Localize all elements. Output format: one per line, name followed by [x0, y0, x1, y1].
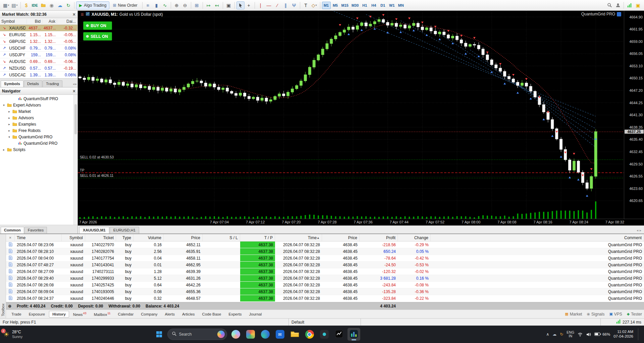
navigator-item-quantumgrid-pro[interactable]: ▾QuantumGrid PRO [0, 134, 77, 140]
navigator-tab-favorites[interactable]: Favorites [24, 227, 47, 233]
shapes-tool-button[interactable]: ◇▾ [310, 1, 318, 9]
history-col-11[interactable]: Change [398, 234, 431, 241]
market-watch-row-gbpusd[interactable]: ↘GBPUSD1.32...1.32...-0.05... [0, 38, 77, 45]
battery-indicator[interactable]: 66% [594, 332, 610, 337]
tab-scroll-left-icon[interactable]: ◂ [73, 82, 74, 86]
market-watch-button[interactable]: $ [22, 1, 31, 9]
history-col-4[interactable]: Volume [133, 234, 164, 241]
volume-icon[interactable] [586, 332, 591, 337]
summary-expand-icon[interactable]: ⊕ [8, 304, 11, 308]
toolbox-right-market[interactable]: ▦Market [565, 312, 582, 317]
history-row-1[interactable]: 2026.04.07 08:28:10xauusd1740282076buy2.… [6, 248, 644, 255]
cursor-tool-button[interactable] [236, 1, 245, 9]
tree-expand-icon[interactable]: ▸ [7, 110, 11, 113]
start-button[interactable] [154, 329, 165, 340]
toolbox-close-icon[interactable]: × [9, 235, 11, 240]
navigator-item-examples[interactable]: ▸Examples [0, 121, 77, 127]
toolbox-tab-company[interactable]: Company [138, 311, 161, 318]
zoom-in-button[interactable]: ⊕ [173, 1, 181, 9]
history-row-5[interactable]: 2026.04.07 08:29:40xauusd1740299933buy5.… [6, 275, 644, 282]
data-folder-button[interactable] [39, 1, 47, 9]
new-chart-button[interactable]: ▦▾ [2, 1, 10, 9]
taskbar-search-box[interactable]: Search [167, 329, 227, 340]
history-row-6[interactable]: 2026.04.07 08:26:08xauusd1740257425buy0.… [6, 282, 644, 288]
crosshair-tool-button[interactable]: + [245, 1, 253, 9]
language-indicator[interactable]: ENGIN [567, 331, 574, 338]
market-watch-row-usdchf[interactable]: ↗USDCHF0.79...0.79...0.08% [0, 45, 77, 52]
taskbar-app-file-explorer[interactable] [288, 328, 301, 341]
history-col-10[interactable]: Profit [360, 234, 398, 241]
toolbox-right-vps[interactable]: ▣VPS [609, 312, 622, 317]
show-desktop-button[interactable] [638, 328, 639, 340]
toolbox-tab-calendar[interactable]: Calendar [115, 311, 137, 318]
account-button[interactable] [614, 1, 622, 9]
toolbox-tab-history[interactable]: History [49, 311, 69, 318]
history-col-6[interactable]: S / L [203, 234, 240, 241]
chart-tab-scroll-left-icon[interactable]: ◂ [637, 228, 638, 232]
chart-plot[interactable]: ≣ XAUUSD, M1: Gold vs US Dollar (spot) Q… [78, 11, 624, 219]
auto-scroll-button[interactable]: ↦ [205, 1, 213, 9]
vertical-line-tool-button[interactable]: | [257, 1, 265, 9]
navigator-close-icon[interactable]: × [73, 89, 75, 93]
tree-expand-icon[interactable]: ▸ [7, 116, 11, 120]
new-order-button[interactable]: ⊞New Order [110, 1, 140, 9]
timeframe-h4-button[interactable]: H4 [369, 2, 378, 9]
timeframe-mn-button[interactable]: MN [396, 2, 405, 9]
navigator-item-quantumstuff-pro[interactable]: QuantumStuff PRO [0, 95, 77, 102]
taskbar-app-chrome[interactable] [303, 328, 316, 341]
market-watch-col-0[interactable]: Symbol [0, 19, 27, 24]
profile-selector[interactable]: Default [288, 319, 361, 326]
history-row-7[interactable]: 2026.04.07 08:09:04xauusd1740193005buy0.… [6, 288, 644, 295]
tile-windows-button[interactable]: ⊞ [193, 1, 201, 9]
taskbar-app-metatrader[interactable] [347, 328, 360, 341]
tree-expand-icon[interactable]: ▾ [7, 135, 11, 139]
market-watch-close-icon[interactable]: × [73, 12, 75, 17]
toolbox-tab-articles[interactable]: Articles [179, 311, 198, 318]
bar-chart-button[interactable]: ≡ [144, 1, 152, 9]
history-col-5[interactable]: Price [164, 234, 203, 241]
search-button[interactable] [605, 1, 613, 9]
history-col-9[interactable]: Price [322, 234, 360, 241]
history-row-0[interactable]: 2026.04.07 08:23:06xauusd1740227970buy0.… [6, 242, 644, 248]
channel-tool-button[interactable]: ∥ [282, 1, 290, 9]
toolbox-tab-trade[interactable]: Trade [8, 311, 25, 318]
connection-status[interactable]: 227.14 ms [600, 319, 644, 326]
market-watch-col-3[interactable]: Dai... [57, 19, 77, 24]
history-col-0[interactable]: Time [15, 234, 62, 241]
pitchfork-tool-button[interactable]: Ψ [290, 1, 298, 9]
chart-tab-eurusd-h1[interactable]: EURUSD,H1 [110, 227, 139, 233]
market-watch-row-usdjpy[interactable]: ↗USDJPY159...159...0.08% [0, 52, 77, 58]
history-col-7[interactable]: T / P [240, 234, 275, 241]
market-watch-row-xauusd[interactable]: ↘XAUUSD4637...4637...-0.32... [0, 25, 77, 31]
history-row-2[interactable]: 2026.04.07 08:04:00xauusd1740177754buy0.… [6, 255, 644, 262]
toolbox-tab-exposure[interactable]: Exposure [25, 311, 49, 318]
taskbar-app-edge[interactable] [259, 328, 272, 341]
market-watch-tab-symbols[interactable]: Symbols [1, 80, 23, 87]
promo-badge-icon[interactable]: ▣ [634, 1, 642, 9]
ide-button[interactable]: IDE [31, 1, 39, 9]
history-col-3[interactable]: Type [116, 234, 133, 241]
navigator-item-expert-advisors[interactable]: ▾Expert Advisors [0, 102, 77, 108]
timeframe-d1-button[interactable]: D1 [378, 2, 387, 9]
timeframe-m30-button[interactable]: M30 [350, 2, 360, 9]
horizontal-line-tool-button[interactable]: — [265, 1, 273, 9]
tray-cloud-icon[interactable]: ☁ [552, 332, 556, 337]
history-col-1[interactable]: Symbol [62, 234, 85, 241]
history-row-8[interactable]: 2026.04.07 08:24:37xauusd1740240446buy0.… [6, 295, 644, 302]
chart-area[interactable]: ≣ XAUUSD, M1: Gold vs US Dollar (spot) Q… [78, 11, 644, 219]
chart-tab-scroll-right-icon[interactable]: ▸ [640, 228, 641, 232]
zoom-out-button[interactable]: ⊖ [181, 1, 189, 9]
ea-chip-icon[interactable] [617, 12, 621, 16]
wifi-icon[interactable] [578, 332, 583, 337]
navigator-item-scripts[interactable]: ▸Scripts [0, 146, 77, 153]
tab-scroll-right-icon[interactable]: ▸ [75, 82, 77, 86]
toolbox-tab-news[interactable]: News43 [70, 310, 90, 318]
history-col-8[interactable]: Time ▲ [275, 234, 322, 241]
toolbox-right-signals[interactable]: ◉Signals [587, 312, 604, 317]
navigator-item-advisors[interactable]: ▸Advisors [0, 115, 77, 121]
toolbox-tab-mailbox[interactable]: Mailbox11 [91, 310, 114, 318]
tray-sync-icon[interactable]: ↻ [560, 332, 563, 337]
timeframe-m1-button[interactable]: M1 [322, 2, 331, 9]
chart-shift-button[interactable]: ↤ [213, 1, 221, 9]
toolbox-tab-experts[interactable]: Experts [225, 311, 245, 318]
